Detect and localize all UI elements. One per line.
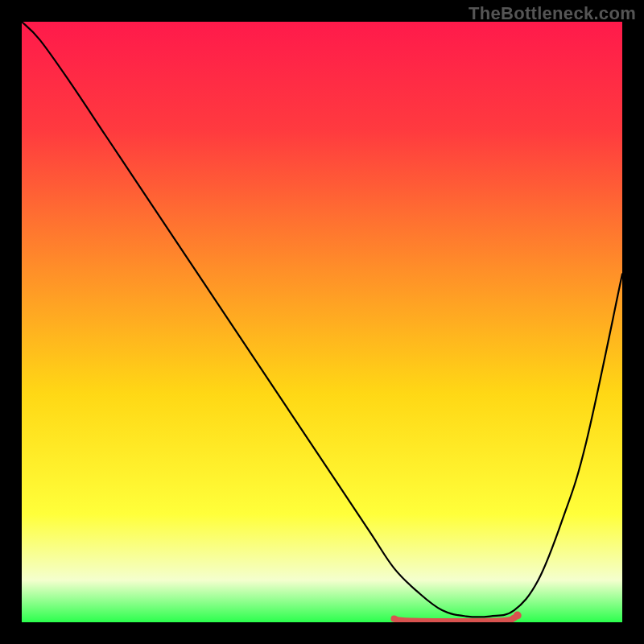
outer-frame: TheBottleneck.com (0, 0, 644, 644)
plot-area (22, 22, 622, 622)
optimal-range-marker (394, 618, 514, 621)
optimal-range-end-dot (514, 612, 522, 620)
chart-svg (22, 22, 622, 622)
gradient-background (22, 22, 622, 622)
